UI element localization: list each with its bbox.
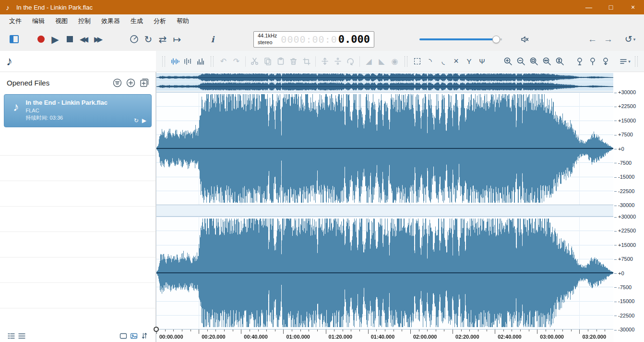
file-loop-icon[interactable]: ↻ — [134, 117, 139, 124]
fade-out-button[interactable]: ◣ — [375, 54, 388, 69]
delete-button[interactable] — [287, 54, 300, 69]
record-level-button[interactable] — [127, 31, 141, 48]
list-detail-view-button[interactable] — [6, 330, 16, 341]
nav-forward-button[interactable]: → — [600, 31, 616, 48]
scale-label: -15000 — [614, 174, 634, 180]
fade-in-button[interactable]: ◢ — [362, 54, 375, 69]
toolbar-drag-handle[interactable] — [211, 56, 214, 67]
menu-item[interactable]: 生成 — [125, 15, 148, 27]
menu-item[interactable]: 帮助 — [171, 15, 194, 27]
redo-button[interactable]: ↷ — [230, 54, 243, 69]
file-duration: 持续时间: 03:36 — [26, 114, 107, 122]
rewind-button[interactable]: ◀◀ — [77, 31, 91, 48]
selection-marker-icon — [602, 57, 609, 66]
amplify-button[interactable] — [318, 54, 331, 69]
play-from-cursor-button[interactable]: ↦ — [170, 31, 184, 48]
cross-tool-button[interactable]: × — [450, 54, 463, 69]
view-waveform-button[interactable] — [168, 54, 181, 69]
menu-item[interactable]: 控制 — [73, 15, 96, 27]
curve-tool-2-button[interactable]: ◟ — [437, 54, 450, 69]
selection-end-marker-button[interactable] — [599, 54, 612, 69]
loop-button[interactable]: ↻ — [141, 31, 155, 48]
overview-strip[interactable] — [156, 72, 613, 92]
loop-selection-button[interactable]: ⇄ — [155, 31, 170, 48]
filter-files-button[interactable] — [111, 77, 123, 88]
playhead-marker[interactable] — [154, 327, 159, 332]
toolbar-drag-handle[interactable] — [405, 56, 407, 67]
show-artwork-button[interactable] — [129, 330, 139, 341]
reverse-button[interactable] — [344, 54, 357, 69]
channel-divider[interactable] — [156, 205, 613, 217]
file-list-empty — [0, 130, 155, 330]
history-button[interactable]: ↺ ▾ — [623, 31, 637, 48]
mute-button[interactable] — [517, 31, 532, 48]
effects-list-button[interactable]: ▾ — [619, 54, 632, 69]
menu-item[interactable]: 效果器 — [96, 15, 125, 27]
ruler-time-label: 01:40.000 — [371, 334, 395, 340]
sort-files-button[interactable] — [139, 330, 150, 341]
list-item-empty — [0, 156, 155, 181]
volume-slider[interactable] — [419, 38, 502, 40]
transport-toolbar: ▶ ◀◀ ▶▶ ↻ ⇄ ↦ i 44.1kHz stereo 0000:00:0… — [0, 27, 644, 51]
document-tab-area: ♪ — [0, 51, 156, 72]
waveform-view-icon — [171, 58, 179, 65]
zoom-out-button[interactable] — [514, 54, 527, 69]
cut-button[interactable] — [248, 54, 261, 69]
trim-button[interactable] — [300, 54, 313, 69]
list-compact-view-button[interactable] — [16, 330, 27, 341]
record-button[interactable] — [34, 31, 48, 48]
copy-button[interactable] — [261, 54, 274, 69]
close-button[interactable]: × — [622, 0, 644, 14]
fast-forward-button[interactable]: ▶▶ — [91, 31, 106, 48]
play-button[interactable]: ▶ — [48, 31, 62, 48]
list-item-empty — [0, 283, 155, 308]
nav-back-button[interactable]: ← — [584, 31, 600, 48]
selection-start-marker-button[interactable] — [573, 54, 586, 69]
stop-button[interactable] — [62, 31, 77, 48]
waveform-panel: +30000+22500+15000+7500+0-7500-15000-225… — [156, 72, 644, 342]
normalize-button[interactable]: ◉ — [388, 54, 401, 69]
menu-item[interactable]: 视图 — [50, 15, 73, 27]
psi-tool-button[interactable]: Ψ — [476, 54, 489, 69]
zoom-vertical-button[interactable] — [553, 54, 566, 69]
menu-item[interactable]: 分析 — [148, 15, 171, 27]
waveform-channel-left[interactable] — [156, 92, 613, 205]
toolbar-drag-handle[interactable] — [162, 56, 165, 67]
split-icon — [334, 57, 342, 65]
zoom-all-button[interactable] — [540, 54, 553, 69]
free-select-button[interactable] — [411, 54, 424, 69]
view-spectral-button[interactable] — [194, 54, 207, 69]
compress-icon: ◉ — [392, 57, 398, 66]
maximize-button[interactable]: □ — [600, 0, 622, 14]
sidebar-toggle-button[interactable] — [7, 31, 21, 48]
goto-icon: ↦ — [173, 34, 181, 45]
info-button[interactable]: i — [205, 31, 220, 48]
menu-item[interactable]: 编辑 — [27, 15, 50, 27]
minimize-button[interactable]: — — [578, 0, 600, 14]
time-display: 44.1kHz stereo 0000:00:0 0.000 — [253, 31, 374, 48]
zoom-vertical-icon — [555, 57, 564, 66]
curve-tool-button[interactable]: ◝ — [424, 54, 437, 69]
zoom-in-button[interactable] — [501, 54, 514, 69]
redo-icon: ↷ — [233, 57, 239, 66]
time-ruler[interactable]: 00:00.00000:20.00000:40.00001:00.00001:2… — [156, 330, 613, 342]
split-channels-button[interactable] — [331, 54, 344, 69]
show-card-button[interactable] — [118, 330, 129, 341]
toolbar-drag-handle[interactable] — [635, 56, 638, 67]
y-tool-button[interactable]: Y — [463, 54, 476, 69]
file-play-icon[interactable]: ▶ — [142, 117, 146, 124]
scale-label: +30000 — [614, 89, 636, 95]
list-item-opened-file[interactable]: ♪ In the End - Linkin Park.flac FLAC 持续时… — [4, 94, 152, 127]
selection-cursor-marker-button[interactable] — [586, 54, 599, 69]
add-file-button[interactable] — [125, 77, 136, 88]
zoom-selection-button[interactable] — [527, 54, 540, 69]
view-spectrogram-button[interactable] — [181, 54, 194, 69]
paste-button[interactable] — [274, 54, 287, 69]
volume-slider-knob[interactable] — [492, 36, 500, 43]
add-file-group-button[interactable] — [138, 77, 150, 88]
scale-label: +0 — [614, 270, 624, 276]
ruler-time-label: 02:20.000 — [455, 334, 479, 340]
undo-button[interactable]: ↶ — [217, 54, 230, 69]
menu-item[interactable]: 文件 — [4, 15, 27, 27]
waveform-channel-right[interactable] — [156, 217, 613, 330]
